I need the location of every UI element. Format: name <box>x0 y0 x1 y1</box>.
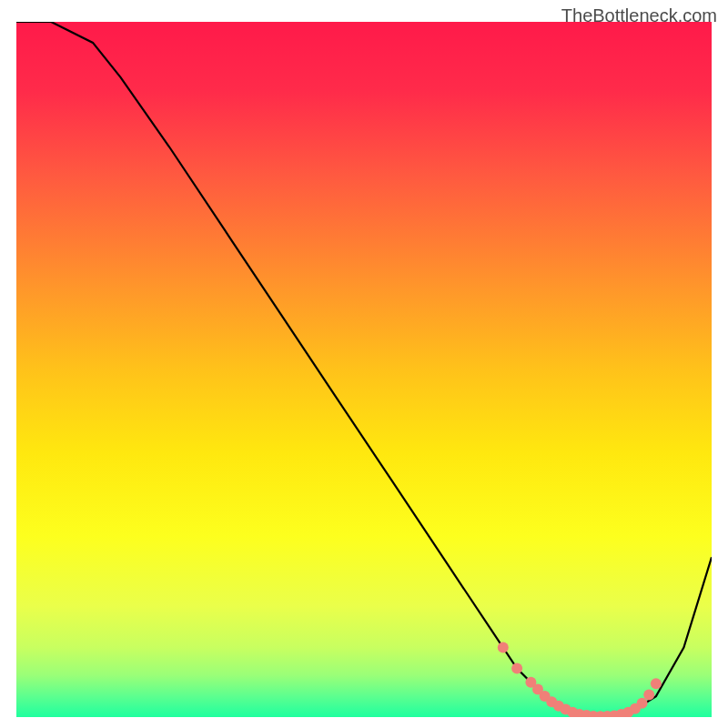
marker-point <box>651 678 662 689</box>
watermark-text: TheBottleneck.com <box>561 5 717 26</box>
marker-point <box>643 690 654 701</box>
plot-area <box>16 22 712 717</box>
marker-point <box>498 642 509 653</box>
bottleneck-curve <box>16 22 712 717</box>
marker-point <box>511 663 522 674</box>
highlight-markers <box>498 642 662 717</box>
curve-layer <box>16 22 712 717</box>
chart-container: TheBottleneck.com <box>0 0 728 728</box>
